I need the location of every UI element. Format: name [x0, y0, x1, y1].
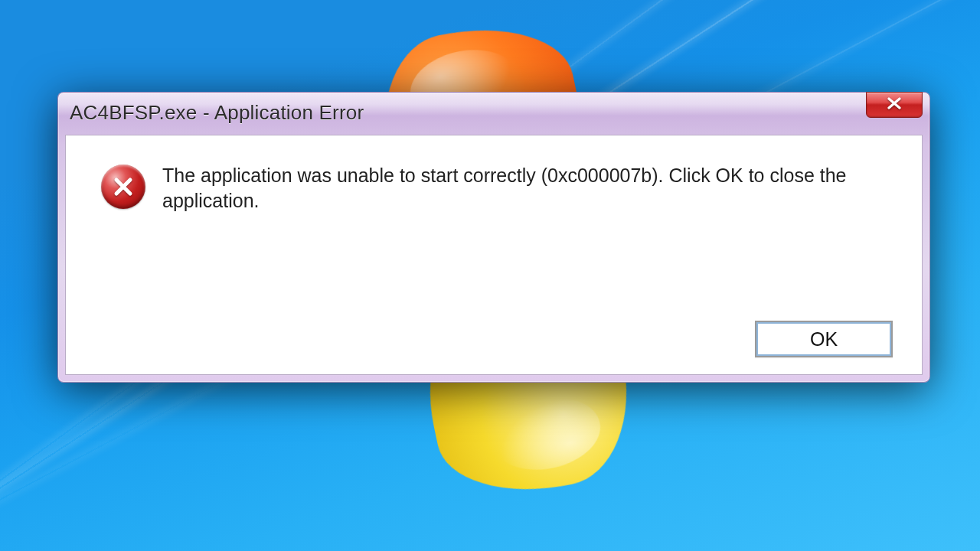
- error-icon: [101, 165, 145, 209]
- error-dialog: AC4BFSP.exe - Application Error The appl…: [57, 92, 930, 383]
- dialog-client-area: The application was unable to start corr…: [65, 135, 923, 375]
- titlebar: AC4BFSP.exe - Application Error: [64, 98, 924, 132]
- ok-button[interactable]: OK: [755, 321, 893, 357]
- dialog-title: AC4BFSP.exe - Application Error: [70, 101, 364, 125]
- close-icon: [887, 97, 902, 112]
- close-button[interactable]: [866, 92, 923, 118]
- desktop-background: AC4BFSP.exe - Application Error The appl…: [0, 0, 980, 551]
- error-message: The application was unable to start corr…: [162, 163, 867, 214]
